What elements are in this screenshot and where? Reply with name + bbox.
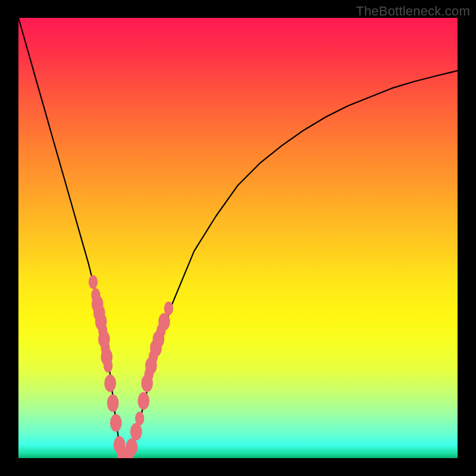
chart-frame: TheBottleneck.com xyxy=(0,0,476,476)
data-marker xyxy=(164,302,173,315)
bottleneck-curve xyxy=(18,18,458,458)
data-marker xyxy=(158,313,170,330)
data-marker xyxy=(126,439,138,456)
data-marker xyxy=(138,392,150,409)
plot-area xyxy=(18,18,458,458)
data-marker xyxy=(130,423,142,440)
data-marker xyxy=(89,275,98,289)
data-marker xyxy=(110,414,122,431)
data-marker xyxy=(104,375,116,392)
data-marker xyxy=(104,359,112,372)
watermark-text: TheBottleneck.com xyxy=(356,4,470,19)
data-marker xyxy=(107,394,119,412)
data-marker xyxy=(135,412,144,425)
